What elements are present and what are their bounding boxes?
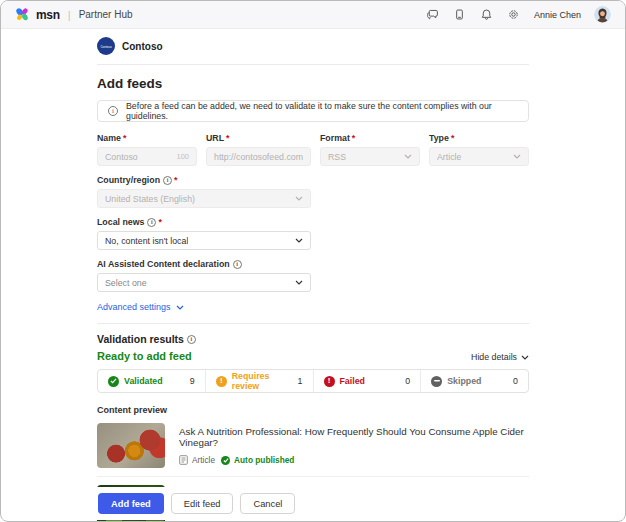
warning-circle-icon: ! — [216, 376, 227, 387]
advanced-settings-label: Advanced settings — [97, 302, 171, 312]
ai-declaration-field-group: AI Assisted Content declaration i Select… — [97, 259, 529, 292]
banner-text: Before a feed can be added, we need to v… — [126, 101, 518, 121]
local-news-label-text: Local news — [97, 217, 144, 227]
check-circle-icon — [221, 456, 230, 465]
requires-review-count: 1 — [298, 376, 303, 386]
ai-declaration-label: AI Assisted Content declaration i — [97, 259, 529, 269]
advanced-settings-link[interactable]: Advanced settings — [97, 302, 184, 312]
ai-declaration-placeholder: Select one — [105, 278, 147, 288]
hide-details-toggle[interactable]: Hide details — [471, 352, 529, 362]
format-label: Format — [320, 133, 420, 143]
check-circle-icon — [108, 376, 119, 387]
type-field-group: Type Article — [429, 133, 529, 166]
ai-declaration-select[interactable]: Select one — [97, 273, 311, 292]
main-content: Contoso Contoso Add feeds i Before a fee… — [1, 37, 625, 522]
article-thumbnail — [97, 423, 165, 468]
article-type-label: Article — [192, 455, 215, 465]
settings-icon[interactable] — [507, 8, 521, 22]
section-divider — [97, 323, 529, 324]
failed-segment: ! Failed 0 — [313, 370, 421, 392]
local-news-info-icon[interactable]: i — [147, 218, 156, 227]
user-avatar[interactable] — [594, 6, 611, 23]
top-actions: Annie Chen — [426, 6, 611, 23]
notifications-icon[interactable] — [480, 8, 494, 22]
type-value: Article — [437, 152, 461, 162]
skipped-count: 0 — [513, 376, 518, 386]
hide-details-label: Hide details — [471, 352, 517, 362]
failed-count: 0 — [405, 376, 410, 386]
article-title: Ask A Nutrition Professional: How Freque… — [179, 426, 529, 448]
feed-form-row: Name Contoso 100 URL http://contosofeed.… — [97, 133, 529, 166]
article-meta: Article Auto published — [179, 455, 529, 465]
article-body: Ask A Nutrition Professional: How Freque… — [179, 423, 529, 468]
name-char-counter: 100 — [176, 152, 189, 161]
validation-status-row: Ready to add feed Hide details — [97, 350, 529, 362]
local-news-value: No, content isn't local — [105, 236, 188, 246]
country-label: Country/region i — [97, 175, 529, 185]
validation-status-text: Ready to add feed — [97, 350, 192, 362]
publisher-name: Contoso — [122, 41, 163, 52]
validated-count: 9 — [190, 376, 195, 386]
user-name: Annie Chen — [534, 10, 581, 20]
top-bar: msn | Partner Hub — [1, 1, 625, 29]
name-input: Contoso 100 — [97, 147, 197, 166]
device-icon[interactable] — [453, 8, 467, 22]
country-label-text: Country/region — [97, 175, 160, 185]
ai-declaration-info-icon[interactable]: i — [233, 260, 242, 269]
content-preview-title: Content preview — [97, 405, 529, 415]
validated-label: Validated — [124, 376, 185, 386]
article-row: Ask A Nutrition Professional: How Freque… — [97, 415, 529, 476]
article-status-label: Auto published — [234, 455, 294, 465]
app-name: Partner Hub — [79, 9, 133, 20]
logo-text: msn — [36, 8, 60, 22]
name-label: Name — [97, 133, 197, 143]
name-value: Contoso — [105, 152, 138, 162]
page-title: Add feeds — [97, 76, 529, 91]
edit-feed-button[interactable]: Edit feed — [171, 493, 234, 514]
name-field-group: Name Contoso 100 — [97, 133, 197, 166]
validation-info-icon[interactable]: i — [187, 335, 196, 344]
chevron-down-icon — [295, 196, 303, 201]
feedback-icon[interactable] — [426, 8, 440, 22]
local-news-select[interactable]: No, content isn't local — [97, 231, 311, 250]
country-select: United States (English) — [97, 189, 311, 208]
skipped-label: Skipped — [447, 376, 508, 386]
footer-action-bar: Add feed Edit feed Cancel — [2, 487, 624, 520]
add-feed-button[interactable]: Add feed — [98, 493, 164, 514]
chevron-down-icon — [404, 154, 412, 159]
country-info-icon[interactable]: i — [163, 176, 172, 185]
skipped-segment: Skipped 0 — [420, 370, 528, 392]
article-type: Article — [179, 455, 215, 465]
country-field-group: Country/region i United States (English) — [97, 175, 529, 208]
publisher-avatar: Contoso — [97, 37, 115, 55]
validation-results-title-text: Validation results — [97, 333, 184, 345]
failed-label: Failed — [340, 376, 401, 386]
requires-review-label: Requires review — [232, 371, 293, 391]
chevron-down-icon — [295, 238, 303, 243]
format-value: RSS — [328, 152, 346, 162]
skipped-circle-icon — [431, 376, 442, 387]
chevron-down-icon — [513, 154, 521, 159]
partner-hub-window: msn | Partner Hub — [0, 0, 626, 522]
brand: msn | Partner Hub — [15, 7, 133, 22]
type-label: Type — [429, 133, 529, 143]
svg-text:Contoso: Contoso — [100, 45, 112, 49]
chevron-down-icon — [176, 305, 184, 310]
info-banner: i Before a feed can be added, we need to… — [97, 100, 529, 122]
info-icon: i — [108, 106, 118, 116]
cancel-button[interactable]: Cancel — [240, 493, 295, 514]
format-field-group: Format RSS — [320, 133, 420, 166]
validated-segment: Validated 9 — [98, 370, 205, 392]
local-news-label: Local news i — [97, 217, 529, 227]
url-input: http://contosofeed.com — [206, 147, 311, 166]
document-icon — [179, 455, 188, 465]
url-label: URL — [206, 133, 311, 143]
chevron-down-icon — [295, 280, 303, 285]
url-value: http://contosofeed.com — [214, 152, 303, 162]
publisher-row: Contoso Contoso — [97, 37, 529, 55]
section-divider — [97, 64, 529, 65]
country-value: United States (English) — [105, 194, 195, 204]
article-status: Auto published — [221, 455, 294, 465]
validation-counts-box: Validated 9 ! Requires review 1 ! Failed… — [97, 369, 529, 393]
type-select: Article — [429, 147, 529, 166]
